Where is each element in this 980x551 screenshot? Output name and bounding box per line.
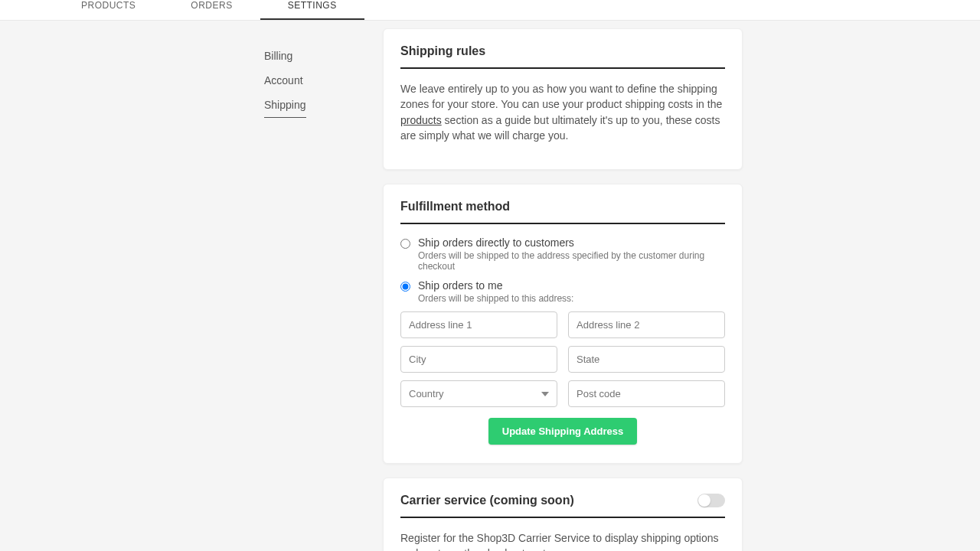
nav-orders[interactable]: ORDERS (163, 0, 260, 20)
country-select[interactable]: Country (400, 380, 557, 407)
state-input[interactable] (568, 346, 725, 373)
fulfillment-title: Fulfillment method (400, 200, 725, 224)
nav-products[interactable]: PRODUCTS (54, 0, 163, 20)
carrier-title: Carrier service (coming soon) (400, 494, 574, 507)
carrier-service-card: Carrier service (coming soon) Register f… (383, 478, 743, 551)
address-line2-input[interactable] (568, 311, 725, 338)
update-shipping-address-button[interactable]: Update Shipping Address (488, 418, 637, 445)
sidebar-item-account[interactable]: Account (264, 68, 303, 93)
sidebar-item-shipping[interactable]: Shipping (264, 93, 306, 118)
carrier-toggle[interactable] (697, 494, 725, 507)
radio-ship-to-me-sub: Orders will be shipped to this address: (418, 293, 573, 304)
city-input[interactable] (400, 346, 557, 373)
postcode-input[interactable] (568, 380, 725, 407)
top-nav: PRODUCTS ORDERS SETTINGS (0, 0, 980, 21)
settings-sidebar: Billing Account Shipping (0, 28, 383, 551)
fulfillment-card: Fulfillment method Ship orders directly … (383, 184, 743, 464)
radio-ship-to-me[interactable] (400, 282, 410, 292)
sidebar-item-billing[interactable]: Billing (264, 44, 292, 68)
address-line1-input[interactable] (400, 311, 557, 338)
shipping-rules-text: We leave entirely up to you as how you w… (400, 81, 725, 143)
radio-ship-to-customers-label: Ship orders directly to customers (418, 236, 725, 249)
radio-ship-to-me-label: Ship orders to me (418, 279, 573, 292)
shipping-rules-title: Shipping rules (400, 44, 725, 69)
carrier-p1: Register for the Shop3D Carrier Service … (400, 530, 725, 551)
products-link[interactable]: products (400, 114, 442, 126)
address-form: Country (400, 311, 725, 407)
shipping-rules-card: Shipping rules We leave entirely up to y… (383, 28, 743, 170)
nav-settings[interactable]: SETTINGS (260, 0, 364, 20)
radio-ship-to-customers[interactable] (400, 239, 410, 249)
main-content: Shipping rules We leave entirely up to y… (383, 28, 758, 551)
radio-ship-to-customers-sub: Orders will be shipped to the address sp… (418, 250, 725, 272)
